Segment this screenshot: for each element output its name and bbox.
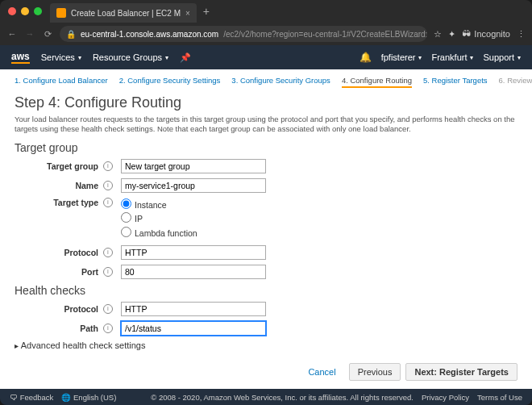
target-group-select[interactable]: New target group: [121, 159, 266, 173]
label-target-group: Target group: [15, 161, 103, 171]
privacy-link[interactable]: Privacy Policy: [422, 393, 469, 402]
page-title: Step 4: Configure Routing: [15, 94, 517, 111]
label-hc-path: Path: [15, 324, 103, 333]
page-description: Your load balancer routes requests to th…: [15, 115, 517, 135]
radio-ip[interactable]: IP: [121, 211, 197, 226]
forward-button[interactable]: →: [24, 29, 35, 39]
star-icon[interactable]: ☆: [434, 29, 442, 40]
advanced-settings-toggle[interactable]: Advanced health check settings: [15, 340, 517, 350]
info-icon[interactable]: i: [103, 181, 113, 190]
window-controls: [8, 7, 42, 15]
wizard-step-5[interactable]: 5. Register Targets: [423, 76, 488, 88]
info-icon[interactable]: i: [103, 198, 113, 207]
extension-icon[interactable]: ✦: [448, 29, 455, 40]
wizard-step-3[interactable]: 3. Configure Security Groups: [231, 76, 330, 88]
label-protocol: Protocol: [15, 248, 103, 257]
feedback-link[interactable]: 🗨 Feedback: [10, 393, 53, 402]
region-menu[interactable]: Frankfurt: [431, 52, 473, 62]
reload-button[interactable]: ⟳: [42, 29, 53, 40]
cancel-button[interactable]: Cancel: [300, 363, 343, 381]
wizard-step-2[interactable]: 2. Configure Security Settings: [119, 76, 221, 88]
radio-instance[interactable]: Instance: [121, 198, 197, 212]
maximize-window-button[interactable]: [34, 7, 42, 15]
protocol-select[interactable]: HTTP: [121, 245, 266, 260]
account-menu[interactable]: fpfisterer: [381, 52, 422, 62]
label-target-type: Target type: [15, 198, 103, 207]
radio-lambda[interactable]: Lambda function: [121, 226, 197, 240]
back-button[interactable]: ←: [6, 29, 18, 39]
wizard-step-6: 6. Review: [499, 76, 532, 88]
info-icon[interactable]: i: [103, 161, 113, 171]
port-input[interactable]: [121, 265, 266, 279]
wizard-buttons: Cancel Previous Next: Register Targets: [15, 358, 517, 381]
copyright-text: © 2008 - 2020, Amazon Web Services, Inc.…: [151, 393, 414, 402]
aws-logo[interactable]: aws: [11, 51, 30, 64]
support-menu[interactable]: Support: [483, 52, 521, 62]
name-input[interactable]: [121, 178, 266, 193]
wizard-steps: 1. Configure Load Balancer 2. Configure …: [15, 76, 517, 88]
info-icon[interactable]: i: [103, 324, 113, 333]
url-host: eu-central-1.console.aws.amazon.com: [81, 30, 218, 39]
previous-button[interactable]: Previous: [349, 363, 401, 381]
label-port: Port: [15, 267, 103, 277]
browser-tab[interactable]: Create Load Balancer | EC2 M ×: [50, 3, 197, 23]
new-tab-button[interactable]: +: [203, 5, 210, 18]
address-bar[interactable]: 🔒 eu-central-1.console.aws.amazon.com/ec…: [60, 26, 427, 42]
target-group-heading: Target group: [15, 141, 517, 154]
browser-toolbar: ← → ⟳ 🔒 eu-central-1.console.aws.amazon.…: [0, 23, 532, 45]
health-checks-heading: Health checks: [15, 284, 517, 297]
wizard-step-4[interactable]: 4. Configure Routing: [342, 76, 412, 88]
info-icon[interactable]: i: [103, 304, 113, 314]
url-path: /ec2/v2/home?region=eu-central-1#V2Creat…: [223, 30, 427, 39]
incognito-icon: 🕶: [462, 29, 471, 39]
minimize-window-button[interactable]: [21, 7, 29, 15]
label-hc-protocol: Protocol: [15, 304, 103, 314]
incognito-label: Incognito: [474, 29, 510, 39]
page-content: 1. Configure Load Balancer 2. Configure …: [0, 69, 532, 389]
browser-menu-icon[interactable]: ⋮: [517, 29, 526, 40]
info-icon[interactable]: i: [103, 248, 113, 257]
next-button[interactable]: Next: Register Targets: [405, 363, 517, 381]
resource-groups-menu[interactable]: Resource Groups: [93, 52, 168, 62]
wizard-step-1[interactable]: 1. Configure Load Balancer: [15, 76, 108, 88]
incognito-indicator: 🕶 Incognito: [462, 29, 510, 39]
pin-icon[interactable]: 📌: [180, 52, 191, 63]
aws-favicon: [56, 8, 66, 18]
language-selector[interactable]: 🌐 English (US): [61, 393, 116, 402]
lock-icon: 🔒: [66, 30, 76, 39]
hc-protocol-select[interactable]: HTTP: [121, 302, 266, 316]
aws-top-nav: aws Services Resource Groups 📌 🔔 fpfiste…: [0, 45, 532, 69]
notifications-icon[interactable]: 🔔: [360, 52, 372, 63]
tab-title: Create Load Balancer | EC2 M: [71, 9, 181, 18]
close-tab-icon[interactable]: ×: [185, 9, 190, 18]
label-name: Name: [15, 181, 103, 190]
close-window-button[interactable]: [8, 7, 16, 15]
target-type-radios: Instance IP Lambda function: [121, 198, 197, 240]
info-icon[interactable]: i: [103, 267, 113, 277]
hc-path-input[interactable]: [121, 321, 266, 336]
window-titlebar: Create Load Balancer | EC2 M × +: [0, 0, 532, 23]
terms-link[interactable]: Terms of Use: [477, 393, 522, 402]
aws-footer: 🗨 Feedback 🌐 English (US) © 2008 - 2020,…: [0, 389, 532, 405]
services-menu[interactable]: Services: [41, 52, 81, 62]
